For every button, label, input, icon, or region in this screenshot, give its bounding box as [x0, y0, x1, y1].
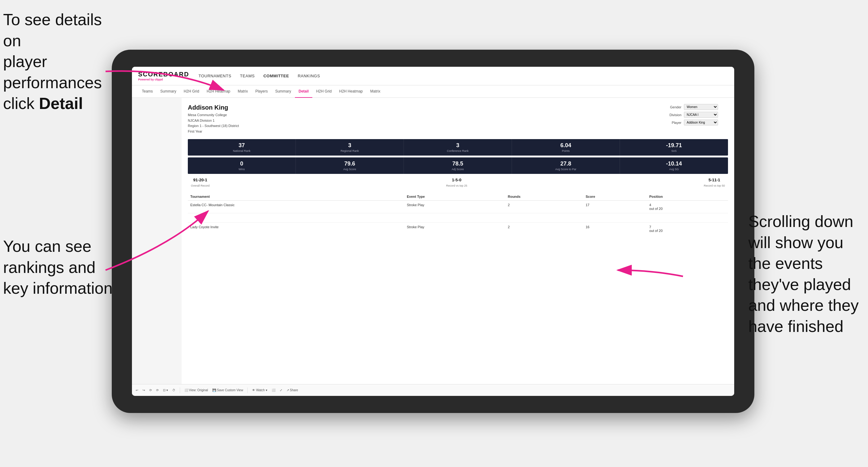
score-1: 17	[583, 200, 647, 213]
top50-record-label: Record vs top 50	[704, 184, 725, 187]
toolbar-refresh1[interactable]: ⟳	[149, 388, 152, 392]
position-2: 7out of 20	[647, 223, 728, 236]
col-rounds: Rounds	[505, 193, 583, 200]
adj-score-value: 78.5	[406, 160, 509, 167]
rounds-1: 2	[505, 200, 583, 213]
top50-record-value: 5-11-1	[704, 178, 725, 182]
tab-players[interactable]: Players	[251, 85, 271, 98]
stat-conference-rank: 3 Conference Rank	[404, 139, 512, 156]
annotation-bottom-left: You can see rankings and key information	[3, 236, 113, 299]
nav-item-rankings[interactable]: RANKINGS	[298, 73, 320, 78]
stat-national-rank: 37 National Rank	[188, 139, 296, 156]
stat-wins: 0 Wins	[188, 157, 296, 174]
stat-regional-rank: 3 Regional Rank	[296, 139, 404, 156]
nav-bar: SCOREBOARD Powered by clippd TOURNAMENTS…	[132, 67, 734, 85]
toolbar-redo[interactable]: ↪	[143, 388, 145, 392]
logo-scoreboard: SCOREBOARD	[138, 71, 189, 78]
col-event-type: Event Type	[404, 193, 505, 200]
points-label: Points	[515, 149, 617, 152]
player-filter-row: Player Addison King	[666, 120, 728, 125]
conference-rank-value: 3	[406, 142, 509, 149]
nav-item-committee[interactable]: COMMITTEE	[263, 73, 289, 78]
division-select[interactable]: NJCAA I	[684, 112, 718, 118]
tab-summary2[interactable]: Summary	[271, 85, 294, 98]
gender-label: Gender	[666, 105, 681, 109]
logo-area: SCOREBOARD Powered by clippd	[138, 71, 189, 81]
adj-score-label: Adj Score	[406, 168, 509, 171]
player-division: NJCAA Division 1	[188, 118, 239, 124]
conference-rank-label: Conference Rank	[406, 149, 509, 152]
player-label: Player	[666, 121, 681, 125]
main-panel: Addison King Mesa Community College NJCA…	[182, 98, 734, 384]
overall-record-block: 91-20-1 Overall Record	[191, 178, 210, 188]
wins-label: Wins	[190, 168, 293, 171]
toolbar-share[interactable]: ↗ Share	[286, 388, 298, 392]
nav-item-teams[interactable]: TEAMS	[240, 73, 254, 78]
stat-adj-score: 78.5 Adj Score	[404, 157, 512, 174]
stats-grid-row2: 0 Wins 79.6 Avg Score 78.5 Adj Score 27.…	[188, 157, 728, 174]
tab-h2h-grid[interactable]: H2H Grid	[180, 85, 203, 98]
top25-record-block: 1-5-0 Record vs top 25	[446, 178, 467, 188]
toolbar-separator2	[247, 387, 248, 393]
tab-matrix2[interactable]: Matrix	[367, 85, 384, 98]
stat-avg-score-to-par: 27.8 Avg Score to Par	[512, 157, 620, 174]
tablet-screen: SCOREBOARD Powered by clippd TOURNAMENTS…	[132, 67, 734, 396]
main-nav: TOURNAMENTS TEAMS COMMITTEE RANKINGS	[198, 73, 320, 78]
tab-h2h-heatmap[interactable]: H2H Heatmap	[203, 85, 234, 98]
avg-score-label: Avg Score	[298, 168, 401, 171]
division-filter-row: Division NJCAA I	[666, 112, 728, 118]
toolbar-undo[interactable]: ↩	[136, 388, 138, 392]
gender-filter-row: Gender Women	[666, 104, 728, 110]
player-region: Region 1 - Southwest (18) District	[188, 123, 239, 129]
table-row: Lady Coyote Invite Stroke Play 2 16 7out…	[188, 223, 728, 236]
avg-score-to-par-label: Avg Score to Par	[515, 168, 617, 171]
toolbar-view-original[interactable]: ⬜ View: Original	[184, 388, 208, 392]
stat-sos: -19.71 SoS	[620, 139, 728, 156]
toolbar-save-custom[interactable]: 💾 Save Custom View	[212, 388, 243, 392]
col-tournament: Tournament	[188, 193, 404, 200]
annotation-top-left: To see details on player performances cl…	[3, 9, 121, 114]
gender-select[interactable]: Women	[684, 104, 718, 110]
avg-sg-label: Avg SG	[622, 168, 725, 171]
toolbar-refresh2[interactable]: ⟳	[156, 388, 159, 392]
sos-label: SoS	[622, 149, 725, 152]
tab-h2h-heatmap2[interactable]: H2H Heatmap	[335, 85, 366, 98]
table-row: Estella CC- Mountain Classic Stroke Play…	[188, 200, 728, 213]
stat-avg-sg: -10.14 Avg SG	[620, 157, 728, 174]
tab-teams[interactable]: Teams	[138, 85, 156, 98]
stat-points: 6.04 Points	[512, 139, 620, 156]
toolbar-settings[interactable]: ⊡ ▾	[163, 388, 168, 392]
tab-summary[interactable]: Summary	[156, 85, 180, 98]
annotation-right: Scrolling down will show you the events …	[748, 211, 859, 337]
col-position: Position	[647, 193, 728, 200]
position-1: 4out of 20	[647, 200, 728, 213]
overall-record-value: 91-20-1	[191, 178, 210, 182]
tab-h2h-grid2[interactable]: H2H Grid	[312, 85, 335, 98]
tournament-name-2: Lady Coyote Invite	[188, 223, 404, 236]
score-2: 16	[583, 223, 647, 236]
toolbar-display[interactable]: ⬜	[272, 388, 275, 392]
stat-avg-score: 79.6 Avg Score	[296, 157, 404, 174]
player-select[interactable]: Addison King	[684, 120, 718, 125]
player-filters: Gender Women Division NJCAA I	[666, 104, 728, 134]
toolbar-timer[interactable]: ⏱	[172, 388, 176, 392]
toolbar-fullscreen[interactable]: ⤢	[280, 388, 282, 392]
logo-powered: Powered by clippd	[138, 78, 189, 81]
tablet-frame: SCOREBOARD Powered by clippd TOURNAMENTS…	[112, 50, 754, 413]
col-score: Score	[583, 193, 647, 200]
avg-score-to-par-value: 27.8	[515, 160, 617, 167]
tab-detail[interactable]: Detail	[295, 85, 313, 98]
player-year: First Year	[188, 129, 239, 134]
points-value: 6.04	[515, 142, 617, 149]
player-header: Addison King Mesa Community College NJCA…	[188, 104, 728, 134]
player-info: Addison King Mesa Community College NJCA…	[188, 104, 239, 134]
table-row	[188, 213, 728, 223]
regional-rank-label: Regional Rank	[298, 149, 401, 152]
tab-matrix[interactable]: Matrix	[234, 85, 252, 98]
nav-item-tournaments[interactable]: TOURNAMENTS	[198, 73, 231, 78]
national-rank-value: 37	[190, 142, 293, 149]
records-row: 91-20-1 Overall Record 1-5-0 Record vs t…	[188, 178, 728, 188]
wins-value: 0	[190, 160, 293, 167]
toolbar-watch[interactable]: 👁 Watch ▾	[252, 388, 267, 392]
division-label: Division	[666, 113, 681, 117]
